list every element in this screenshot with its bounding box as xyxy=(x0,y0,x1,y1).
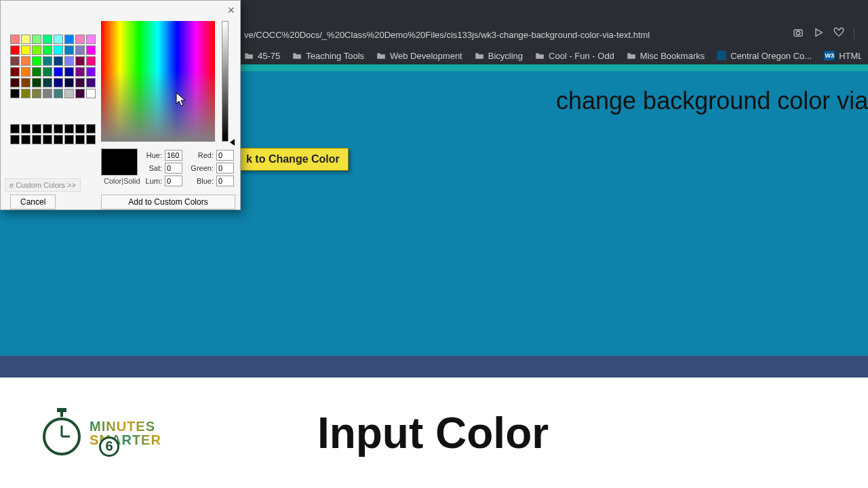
bookmark-item[interactable]: W3HTML 5.1 Nightly xyxy=(824,51,861,61)
color-swatch[interactable] xyxy=(86,78,96,87)
color-swatch[interactable] xyxy=(64,45,74,55)
custom-swatch[interactable] xyxy=(86,124,96,134)
color-picker-dialog: × e Custom Colors >> Cancel Color|Solid … xyxy=(0,0,241,210)
color-swatch[interactable] xyxy=(21,78,31,87)
custom-swatch[interactable] xyxy=(43,124,52,134)
define-custom-button[interactable]: e Custom Colors >> xyxy=(5,178,81,192)
cancel-button[interactable]: Cancel xyxy=(10,195,56,209)
color-swatch[interactable] xyxy=(54,78,63,87)
screenshot-icon[interactable] xyxy=(793,27,804,41)
color-swatch[interactable] xyxy=(21,56,31,66)
color-swatch[interactable] xyxy=(10,89,20,98)
blue-input[interactable] xyxy=(216,176,234,186)
hue-input[interactable] xyxy=(165,150,182,161)
color-swatch[interactable] xyxy=(10,35,20,44)
color-swatch[interactable] xyxy=(43,67,52,77)
custom-swatch[interactable] xyxy=(86,135,96,144)
sat-input[interactable] xyxy=(165,163,182,174)
overlay-panel: 6 MINUTES SMARTER Input Color xyxy=(0,378,868,488)
custom-swatch[interactable] xyxy=(21,135,31,144)
color-swatch[interactable] xyxy=(75,67,85,77)
luminance-arrow-icon[interactable] xyxy=(230,139,235,146)
color-swatch[interactable] xyxy=(64,56,74,66)
color-swatch[interactable] xyxy=(43,89,52,98)
six-badge: 6 xyxy=(99,436,119,457)
color-swatch[interactable] xyxy=(32,45,41,55)
color-swatch[interactable] xyxy=(43,78,52,87)
color-swatch[interactable] xyxy=(10,56,20,66)
custom-swatch[interactable] xyxy=(43,135,52,144)
bookmark-item[interactable]: 45-75 xyxy=(244,51,280,61)
color-swatch[interactable] xyxy=(32,78,41,87)
color-swatch[interactable] xyxy=(64,35,74,44)
custom-swatch[interactable] xyxy=(10,135,20,144)
color-swatch[interactable] xyxy=(10,78,20,87)
custom-swatch[interactable] xyxy=(54,135,63,144)
add-custom-button[interactable]: Add to Custom Colors xyxy=(101,195,235,209)
color-swatch[interactable] xyxy=(64,89,74,98)
color-swatch[interactable] xyxy=(32,89,41,98)
color-swatch[interactable] xyxy=(86,35,96,44)
color-swatch[interactable] xyxy=(10,67,20,77)
custom-swatch[interactable] xyxy=(32,135,41,144)
color-swatch[interactable] xyxy=(54,35,63,44)
color-swatch[interactable] xyxy=(86,89,96,98)
bookmark-item[interactable]: Bicycling xyxy=(475,51,523,61)
custom-swatch[interactable] xyxy=(75,135,85,144)
custom-swatch[interactable] xyxy=(64,124,74,134)
color-swatch[interactable] xyxy=(75,45,85,55)
color-swatch[interactable] xyxy=(54,45,63,55)
color-swatch[interactable] xyxy=(75,35,85,44)
lum-input[interactable] xyxy=(165,176,182,186)
color-swatch[interactable] xyxy=(10,45,20,55)
bookmark-item[interactable]: Cool - Fun - Odd xyxy=(535,51,614,61)
color-swatch[interactable] xyxy=(43,35,52,44)
color-swatch[interactable] xyxy=(21,67,31,77)
hue-label: Hue: xyxy=(143,151,162,159)
color-swatch[interactable] xyxy=(32,67,41,77)
color-swatch[interactable] xyxy=(86,45,96,55)
green-input[interactable] xyxy=(216,163,234,174)
color-swatch[interactable] xyxy=(75,78,85,87)
overlay-title: Input Color xyxy=(317,408,549,458)
play-icon[interactable] xyxy=(813,27,824,41)
bookmark-item[interactable]: Web Development xyxy=(376,51,462,61)
custom-swatch[interactable] xyxy=(64,135,74,144)
custom-swatch[interactable] xyxy=(21,124,31,134)
color-swatch[interactable] xyxy=(75,89,85,98)
color-swatch[interactable] xyxy=(75,56,85,66)
custom-swatch[interactable] xyxy=(32,124,41,134)
change-color-button[interactable]: k to Change Color xyxy=(237,148,349,171)
color-swatch[interactable] xyxy=(43,45,52,55)
bookmark-item[interactable]: Teaching Tools xyxy=(292,51,364,61)
color-swatch[interactable] xyxy=(21,89,31,98)
svg-rect-2 xyxy=(57,408,66,412)
svg-point-1 xyxy=(796,31,800,35)
bookmark-item[interactable]: Misc Bookmarks xyxy=(627,51,705,61)
color-swatch[interactable] xyxy=(32,35,41,44)
color-swatch[interactable] xyxy=(54,89,63,98)
url-bar[interactable]: ve/COCC%20Docs/_%20Class%20Demo%20Files/… xyxy=(244,27,800,43)
color-swatch[interactable] xyxy=(32,56,41,66)
color-swatch[interactable] xyxy=(86,56,96,66)
custom-swatch[interactable] xyxy=(10,124,20,134)
luminance-slider[interactable] xyxy=(222,21,229,142)
custom-swatch[interactable] xyxy=(54,124,63,134)
lum-label: Lum: xyxy=(143,177,162,185)
red-input[interactable] xyxy=(216,150,234,161)
heart-icon[interactable] xyxy=(833,27,844,41)
color-swatch[interactable] xyxy=(43,56,52,66)
color-swatch[interactable] xyxy=(21,45,31,55)
color-spectrum[interactable] xyxy=(101,21,215,142)
color-swatch[interactable] xyxy=(86,67,96,77)
color-swatch[interactable] xyxy=(54,67,63,77)
color-solid-label: Color|Solid xyxy=(104,177,140,185)
color-swatch[interactable] xyxy=(54,56,63,66)
color-swatch[interactable] xyxy=(64,78,74,87)
custom-swatch[interactable] xyxy=(75,124,85,134)
color-swatch[interactable] xyxy=(64,67,74,77)
color-swatch[interactable] xyxy=(21,35,31,44)
close-icon[interactable]: × xyxy=(227,3,235,18)
green-label: Green: xyxy=(189,164,214,172)
bookmark-item[interactable]: Central Oregon Co... xyxy=(717,51,812,61)
